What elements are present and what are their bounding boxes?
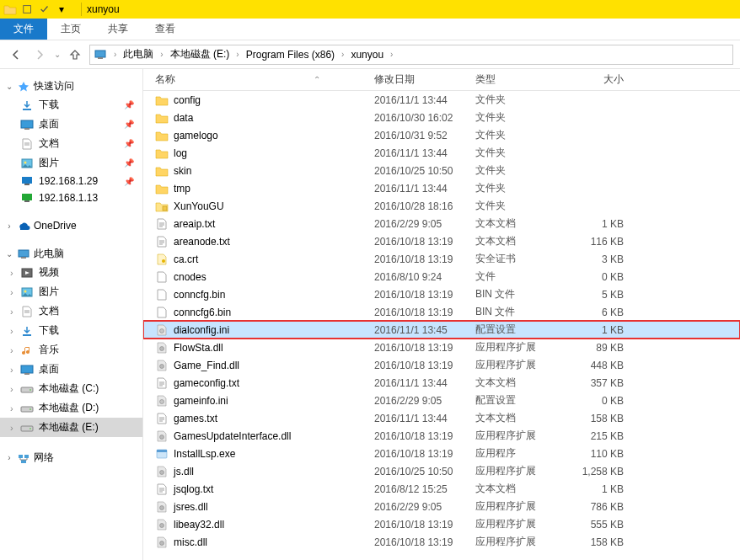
tab-view[interactable]: 查看 xyxy=(142,19,189,40)
file-row[interactable]: Game_Find.dll 2016/10/18 13:19 应用程序扩展 44… xyxy=(143,356,740,374)
nav-item[interactable]: 图片📌 xyxy=(0,153,142,173)
file-row[interactable]: config 2016/11/1 13:44 文件夹 xyxy=(143,91,740,109)
chevron-right-icon[interactable]: › xyxy=(387,50,396,59)
file-row[interactable]: dialconfig.ini 2016/11/1 13:45 配置设置 1 KB xyxy=(143,321,740,339)
file-row[interactable]: jsres.dll 2016/2/29 9:05 应用程序扩展 786 KB xyxy=(143,498,740,515)
chevron-right-icon[interactable]: › xyxy=(5,453,13,462)
nav-item[interactable]: 192.168.1.29📌 xyxy=(0,173,142,189)
back-button[interactable] xyxy=(7,45,25,64)
file-row[interactable]: conncfg6.bin 2016/10/18 13:19 BIN 文件 6 K… xyxy=(143,303,740,321)
nav-item[interactable]: 下载 xyxy=(0,321,142,340)
nav-item[interactable]: 本地磁盘 (D:) xyxy=(0,398,142,418)
pin-icon: 📌 xyxy=(124,177,134,186)
tab-home[interactable]: 主页 xyxy=(47,19,94,40)
file-row[interactable]: games.txt 2016/11/1 13:44 文本文档 158 KB xyxy=(143,409,740,427)
file-row[interactable]: js.dll 2016/10/25 10:50 应用程序扩展 1,258 KB xyxy=(143,462,740,480)
file-name: jsres.dll xyxy=(174,501,208,513)
file-row[interactable]: misc.dll 2016/10/18 13:19 应用程序扩展 158 KB xyxy=(143,533,740,551)
nav-item[interactable]: 本地磁盘 (E:) xyxy=(0,418,142,437)
nav-item[interactable]: 桌面📌 xyxy=(0,115,142,134)
pin-icon: 📌 xyxy=(124,139,134,148)
chevron-right-icon[interactable]: › xyxy=(110,50,120,59)
column-name[interactable]: 名称⌃ xyxy=(143,72,362,87)
file-row[interactable]: gameconfig.txt 2016/11/1 13:44 文本文档 357 … xyxy=(143,374,740,392)
column-type[interactable]: 类型 xyxy=(464,72,565,87)
file-row[interactable]: conncfg.bin 2016/10/18 13:19 BIN 文件 5 KB xyxy=(143,285,740,303)
history-dropdown[interactable]: ⌄ xyxy=(54,50,61,59)
file-row[interactable]: GamesUpdateInterface.dll 2016/10/18 13:1… xyxy=(143,427,740,445)
tab-share[interactable]: 共享 xyxy=(94,19,142,40)
nav-item[interactable]: 文档📌 xyxy=(0,134,142,153)
file-row[interactable]: XunYouGU 2016/10/28 18:16 文件夹 xyxy=(143,197,740,215)
file-row[interactable]: jsqlog.txt 2016/8/12 15:25 文本文档 1 KB xyxy=(143,480,740,498)
onedrive-header[interactable]: › OneDrive xyxy=(0,218,142,233)
qat-checkbox-icon[interactable] xyxy=(39,3,51,15)
chevron-right-icon[interactable]: › xyxy=(5,221,13,231)
chevron-down-icon[interactable]: ⌄ xyxy=(5,82,13,91)
file-name: gameconfig.txt xyxy=(174,377,239,389)
this-pc-header[interactable]: ⌄ 此电脑 xyxy=(0,245,142,263)
file-row[interactable]: InstallLsp.exe 2016/10/18 13:19 应用程序 110… xyxy=(143,445,740,462)
breadcrumb-item[interactable]: xunyou xyxy=(349,49,385,61)
file-row[interactable]: ca.crt 2016/10/18 13:19 安全证书 3 KB xyxy=(143,250,740,268)
pictures-icon xyxy=(20,286,34,298)
nav-item[interactable]: 192.168.1.13 xyxy=(0,189,142,206)
breadcrumb-item[interactable]: Program Files (x86) xyxy=(244,49,336,61)
qat-properties-icon[interactable] xyxy=(22,3,34,15)
file-row[interactable]: areanode.txt 2016/10/18 13:19 文本文档 116 K… xyxy=(143,232,740,250)
titlebar: ▾ xunyou xyxy=(0,0,740,19)
quick-access-header[interactable]: ⌄ 快速访问 xyxy=(0,77,142,95)
nav-item[interactable]: 图片 xyxy=(0,282,142,301)
file-name: conncfg6.bin xyxy=(174,307,231,318)
up-button[interactable] xyxy=(66,45,84,64)
file-row[interactable]: gamelogo 2016/10/31 9:52 文件夹 xyxy=(143,126,740,144)
file-row[interactable]: log 2016/11/1 13:44 文件夹 xyxy=(143,144,740,162)
content-area: ⌄ 快速访问 下载📌桌面📌文档📌图片📌192.168.1.29📌192.168.… xyxy=(0,69,740,560)
file-type: 应用程序扩展 xyxy=(464,535,565,549)
file-row[interactable]: skin 2016/10/25 10:50 文件夹 xyxy=(143,162,740,179)
file-name: libeay32.dll xyxy=(174,519,224,531)
breadcrumb-item[interactable]: 此电脑 xyxy=(121,47,155,61)
nav-item[interactable]: 视频 xyxy=(0,263,142,282)
file-type: 文本文档 xyxy=(464,482,565,496)
network-header[interactable]: › 网络 xyxy=(0,449,142,467)
file-date: 2016/10/31 9:52 xyxy=(362,130,464,141)
file-date: 2016/11/1 13:44 xyxy=(362,377,464,389)
file-row[interactable]: areaip.txt 2016/2/29 9:05 文本文档 1 KB xyxy=(143,215,740,232)
file-row[interactable]: cnodes 2016/8/10 9:24 文件 0 KB xyxy=(143,268,740,285)
chevron-right-icon[interactable]: › xyxy=(338,50,347,59)
chevron-right-icon[interactable]: › xyxy=(157,50,166,59)
breadcrumb-item[interactable]: 本地磁盘 (E:) xyxy=(169,47,232,61)
folder-icon xyxy=(155,130,169,141)
file-type: 文件夹 xyxy=(464,199,565,213)
file-row[interactable]: FlowSta.dll 2016/10/18 13:19 应用程序扩展 89 K… xyxy=(143,339,740,356)
file-type: BIN 文件 xyxy=(464,287,565,301)
chevron-down-icon[interactable]: ⌄ xyxy=(5,249,13,259)
tab-file[interactable]: 文件 xyxy=(0,19,47,40)
nav-item[interactable]: 本地磁盘 (C:) xyxy=(0,379,142,398)
qat-dropdown-icon[interactable]: ▾ xyxy=(56,3,67,15)
nav-item[interactable]: 下载📌 xyxy=(0,95,142,115)
file-row[interactable]: libeay32.dll 2016/10/18 13:19 应用程序扩展 555… xyxy=(143,515,740,533)
nav-item[interactable]: 文档 xyxy=(0,301,142,321)
file-row[interactable]: tmp 2016/11/1 13:44 文件夹 xyxy=(143,179,740,197)
file-date: 2016/8/12 15:25 xyxy=(362,483,464,495)
file-date: 2016/10/18 13:19 xyxy=(362,430,464,442)
nav-item-label: 文档 xyxy=(39,136,59,151)
column-size[interactable]: 大小 xyxy=(565,72,641,87)
forward-button[interactable] xyxy=(30,45,49,64)
netpc-green-icon xyxy=(20,192,34,204)
nav-item-label: 下载 xyxy=(39,323,59,338)
file-row[interactable]: gameinfo.ini 2016/2/29 9:05 配置设置 0 KB xyxy=(143,392,740,409)
nav-item[interactable]: 桌面 xyxy=(0,360,142,379)
file-name: data xyxy=(174,112,193,124)
nav-item-label: 图片 xyxy=(39,285,59,299)
file-type: 文件夹 xyxy=(464,181,565,195)
file-date: 2016/10/18 13:19 xyxy=(362,289,464,301)
column-date[interactable]: 修改日期 xyxy=(362,72,464,87)
breadcrumb[interactable]: › 此电脑 › 本地磁盘 (E:) › Program Files (x86) … xyxy=(89,45,733,65)
file-date: 2016/11/1 13:44 xyxy=(362,94,464,106)
chevron-right-icon[interactable]: › xyxy=(233,50,242,59)
nav-item[interactable]: 音乐 xyxy=(0,340,142,360)
file-row[interactable]: data 2016/10/30 16:02 文件夹 xyxy=(143,109,740,126)
